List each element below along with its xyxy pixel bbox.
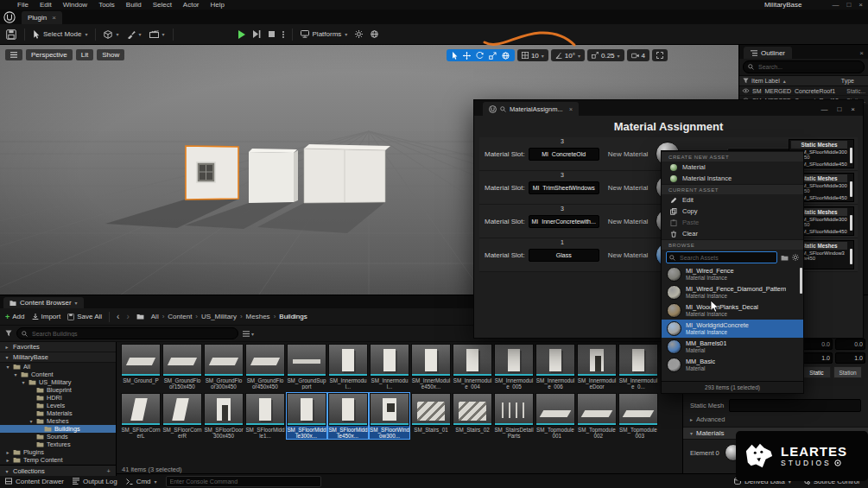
folder-materials[interactable]: Materials [0,409,116,417]
asset-tile[interactable]: SM_SFloorMiddle1... [245,393,285,439]
menu-window[interactable]: Window [63,1,87,9]
view-options-icon[interactable]: ▾ [243,331,254,337]
visibility-eye-icon[interactable] [742,88,750,93]
breadcrumb-item[interactable]: Buildings [279,313,307,320]
menu-build[interactable]: Build [126,1,142,9]
breadcrumb-item[interactable]: All [151,313,159,320]
stop-button[interactable] [269,31,275,37]
asset-tile[interactable]: SM_InnerModule450x... [411,344,451,390]
asset-tile[interactable]: SM_SFloorMiddle450x... [328,393,368,439]
menu-file[interactable]: File [17,1,29,9]
asset-tile[interactable]: SM_GroundFloor150x450 [162,344,202,390]
folder-blueprint[interactable]: Blueprint [0,386,116,394]
menu-select[interactable]: Select [153,1,172,9]
scrollbar[interactable] [850,249,852,264]
caret-icon[interactable]: ▸ [5,449,10,455]
asset-tile[interactable]: SM_GroundFloor300x450 [204,344,244,390]
asset-tile[interactable]: SM_Innermodul... [370,344,409,390]
asset-tile[interactable]: SM_StairsDetailParts [494,393,534,439]
rotate-tool-icon[interactable] [476,52,484,60]
unreal-logo-icon[interactable] [3,11,16,23]
platforms-dropdown[interactable]: Platforms ▾ [301,30,348,38]
play-button[interactable] [238,30,245,39]
asset-tile[interactable]: SM_SFloorCornerL [121,393,161,439]
caret-icon[interactable]: ▾ [21,379,26,385]
detail-value-input[interactable] [835,352,865,364]
save-icon[interactable] [6,29,16,40]
menu-item-material[interactable]: Material [662,162,803,173]
asset-tile[interactable]: SM_InnermoduleDoor [577,344,617,390]
asset-tile[interactable]: SM_Innermodule_006 [535,344,575,390]
asset-option[interactable]: MI_WoodenPlanks_DecalMaterial Instance [662,301,803,320]
caret-icon[interactable]: ▸ [5,457,10,463]
folder-plugins[interactable]: ▸ Plugins [0,448,116,456]
asset-search-input[interactable] [678,254,774,262]
show-dropdown[interactable]: Show [97,49,124,60]
scrollbar[interactable] [850,148,852,163]
asset-tile[interactable]: SM_SFloorDoor300x450 [204,393,244,439]
folder-levels[interactable]: Levels [0,402,116,409]
filter-icon[interactable] [5,330,12,337]
move-tool-icon[interactable] [463,52,471,60]
frame-skip-button[interactable] [253,30,261,38]
caret-icon[interactable]: ▾ [5,364,10,370]
tab-outliner[interactable]: Outliner [744,47,792,59]
console-command-input[interactable] [166,476,321,487]
asset-tile[interactable]: SM_GroundSupport [287,344,326,390]
select-tool-icon[interactable] [452,52,458,60]
grid-snap-control[interactable]: 10▾ [517,49,548,61]
asset-tile[interactable]: SM_Innermodule_005 [494,344,534,390]
mobility-static-button[interactable]: Static [802,366,831,378]
play-options-kebab-icon[interactable] [282,30,284,39]
menu-item-copy[interactable]: Copy [662,206,803,217]
maximize-icon[interactable]: □ [846,2,851,9]
menu-item-material-instance[interactable]: Material Instance [662,173,803,184]
close-icon[interactable]: × [858,2,863,9]
folder-buildings[interactable]: Buildings [0,425,116,433]
mobility-station-button[interactable]: Station [833,366,862,378]
asset-tile[interactable]: SM_Stairs_02 [453,393,492,439]
add-button[interactable]: +Add [5,313,25,321]
minimize-icon[interactable]: — [832,2,839,9]
scale-tool-icon[interactable] [489,52,497,60]
collections-header[interactable]: ▾Collections+ [0,465,116,476]
lit-dropdown[interactable]: Lit [76,49,93,60]
menu-actor[interactable]: Actor [183,1,200,9]
select-mode-dropdown[interactable]: Select Mode ▾ [33,30,87,39]
material-slot-name-input[interactable] [529,215,599,228]
asset-tile[interactable]: SM_Innermodule_0... [618,344,658,390]
asset-option[interactable]: MI_WorldgridConcreteMaterial Instance [662,320,803,338]
browse-to-asset-icon[interactable] [781,255,789,261]
maximize-icon[interactable]: □ [837,105,841,113]
folder-meshes[interactable]: ▾ Meshes [0,417,116,425]
asset-tile[interactable]: SM_Topmodule_001 [535,393,575,439]
output-log-button[interactable]: Output Log [73,478,117,485]
asset-tile[interactable]: SM_GroundFloor450x450 [245,344,285,390]
camera-speed-control[interactable]: 4 [627,49,649,61]
scale-snap-control[interactable]: 0.25▾ [587,49,624,61]
asset-option[interactable]: MM_Barrels01Material [662,338,803,356]
menu-item-paste[interactable]: Paste [662,217,803,228]
asset-option[interactable]: MI_Wired_FenceMaterial Instance [662,265,803,283]
material-slot-name-input[interactable] [529,249,599,262]
folder-us_military[interactable]: ▾ US_Military [0,378,116,386]
asset-tile[interactable]: SM_SFloorCornerR [162,393,202,439]
close-icon[interactable]: × [52,14,56,22]
scrollbar[interactable] [850,181,852,197]
minimize-icon[interactable]: — [820,105,827,113]
menu-tools[interactable]: Tools [98,1,115,9]
paint-brush-button[interactable]: ▾ [127,30,142,39]
project-header[interactable]: ▾MilitaryBase [0,352,116,363]
asset-tile[interactable]: SM_Innermodul... [328,344,368,390]
cmd-selector[interactable]: Cmd▾ [126,478,157,485]
favorites-header[interactable]: ▸Favorites [0,342,116,352]
forward-icon[interactable]: › [126,313,129,321]
tab-content-browser[interactable]: Content Browser ▾ [3,297,84,308]
caret-icon[interactable]: ▾ [13,371,18,377]
menu-item-edit[interactable]: Edit [662,194,803,206]
folder-textures[interactable]: Textures [0,440,116,448]
world-space-icon[interactable] [502,52,510,60]
settings-gear-icon[interactable] [355,30,363,38]
close-icon[interactable]: × [851,105,855,113]
view-options-gear-icon[interactable] [792,254,799,261]
